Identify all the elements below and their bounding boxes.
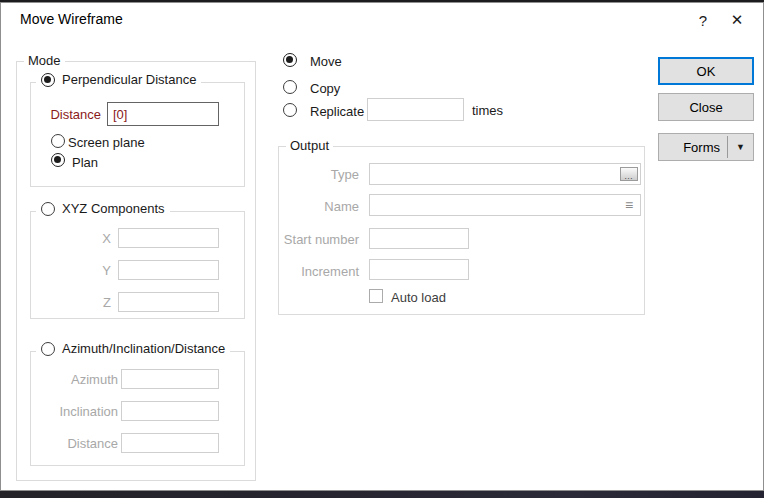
help-icon: ? — [699, 12, 707, 29]
replicate-label: Replicate — [310, 104, 364, 119]
copy-label: Copy — [310, 81, 340, 96]
type-browse-button[interactable]: … — [620, 167, 638, 181]
start-number-input — [369, 228, 469, 249]
name-list-icon[interactable]: ≡ — [625, 198, 633, 212]
output-group-label: Output — [286, 138, 333, 153]
inclination-label: Inclination — [41, 404, 118, 419]
type-browse-icon: … — [624, 173, 634, 180]
plan-label: Plan — [72, 155, 98, 170]
aid-distance-input — [121, 433, 219, 453]
replicate-times-input — [367, 98, 464, 121]
move-label: Move — [310, 54, 342, 69]
dialog-title: Move Wireframe — [20, 11, 123, 27]
increment-input — [369, 259, 469, 280]
y-input — [118, 260, 219, 280]
ok-button[interactable]: OK — [658, 57, 754, 85]
distance-label: Distance — [41, 107, 101, 122]
forms-button[interactable]: Forms ▼ — [658, 133, 754, 161]
replicate-radio[interactable] — [283, 103, 297, 117]
z-input — [118, 292, 219, 312]
azimuth-inclination-distance-radio[interactable] — [41, 342, 55, 356]
plan-radio[interactable] — [51, 153, 65, 167]
x-label: X — [51, 231, 111, 246]
perpendicular-distance-radio[interactable] — [41, 73, 55, 87]
close-dialog-button[interactable]: Close — [658, 93, 754, 121]
screenshot-root: Move Wireframe ? ✕ Mode Perpendicular Di… — [0, 0, 764, 498]
azimuth-inclination-distance-groupbox: Azimuth/Inclination/Distance Azimuth Inc… — [30, 351, 245, 466]
type-input — [369, 163, 641, 185]
inclination-input — [121, 401, 219, 421]
help-button[interactable]: ? — [688, 6, 718, 34]
perpendicular-distance-label: Perpendicular Distance — [62, 72, 196, 87]
x-input — [118, 228, 219, 248]
distance-input[interactable] — [107, 102, 219, 126]
name-input — [369, 194, 641, 216]
xyz-components-label: XYZ Components — [62, 201, 165, 216]
xyz-components-groupbox: XYZ Components X Y Z — [30, 211, 245, 319]
times-label: times — [472, 103, 503, 118]
aid-distance-label: Distance — [41, 436, 118, 451]
output-groupbox: Output Type … Name ≡ Start number Increm… — [278, 146, 645, 315]
screen-plane-radio[interactable] — [51, 134, 65, 148]
auto-load-label: Auto load — [391, 290, 446, 305]
type-label: Type — [279, 167, 359, 182]
mode-groupbox: Mode Perpendicular Distance Distance Scr… — [16, 61, 256, 481]
forms-dropdown-arrow-icon[interactable]: ▼ — [728, 142, 753, 152]
start-number-label: Start number — [279, 232, 359, 247]
y-label: Y — [51, 263, 111, 278]
increment-label: Increment — [279, 264, 359, 279]
xyz-components-radio[interactable] — [41, 202, 55, 216]
forms-button-label: Forms — [659, 140, 727, 155]
copy-radio[interactable] — [283, 80, 297, 94]
ok-button-label: OK — [697, 64, 716, 79]
auto-load-checkbox[interactable] — [369, 289, 383, 303]
close-button-label: Close — [689, 100, 722, 115]
background-strip-bottom — [0, 491, 764, 498]
mode-group-label: Mode — [24, 53, 65, 68]
azimuth-inclination-distance-label: Azimuth/Inclination/Distance — [62, 341, 225, 356]
name-label: Name — [279, 199, 359, 214]
screen-plane-label: Screen plane — [68, 135, 145, 150]
close-button[interactable]: ✕ — [722, 6, 752, 34]
close-icon: ✕ — [731, 11, 744, 29]
move-radio[interactable] — [283, 53, 297, 67]
azimuth-label: Azimuth — [41, 372, 118, 387]
azimuth-input — [121, 369, 219, 389]
perpendicular-distance-groupbox: Perpendicular Distance Distance Screen p… — [30, 82, 245, 187]
z-label: Z — [51, 295, 111, 310]
